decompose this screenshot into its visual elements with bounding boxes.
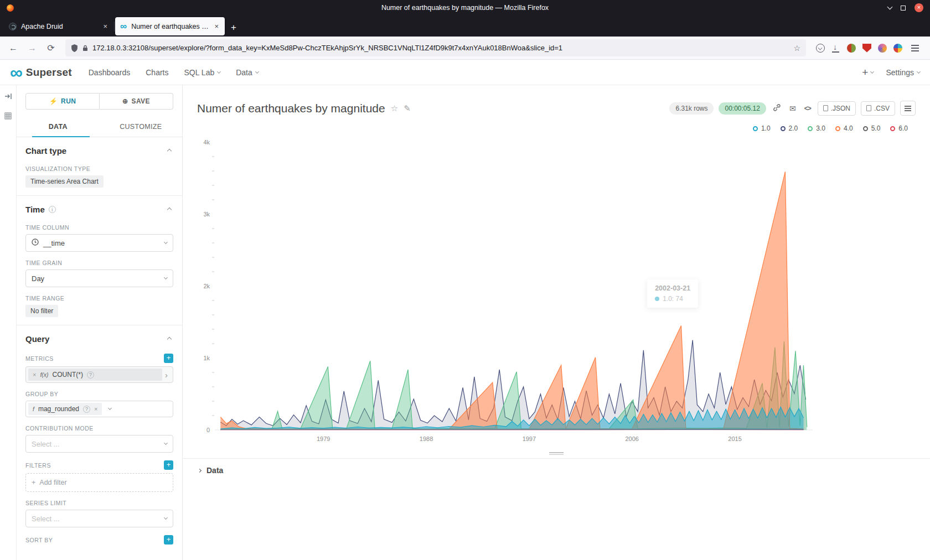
superset-logo-icon[interactable]: ∞ [10, 64, 23, 81]
nav-dashboards[interactable]: Dashboards [89, 68, 131, 77]
group-by-select[interactable]: f mag_rounded ? × [25, 401, 173, 417]
copy-link-icon[interactable] [771, 103, 783, 113]
nav-charts[interactable]: Charts [146, 68, 168, 77]
chevron-up-icon [167, 148, 172, 153]
data-panel-toggle[interactable]: Data [183, 458, 930, 482]
file-icon [823, 105, 828, 111]
svg-text:4k: 4k [203, 139, 210, 146]
timeseries-chart[interactable]: 01k2k3k4k19791988199720062015 [195, 134, 820, 448]
metric-control[interactable]: × f(x) COUNT(*) ? › [25, 366, 173, 383]
email-icon[interactable]: ✉ [788, 104, 798, 113]
panel-resize-handle[interactable] [183, 450, 930, 458]
forward-button[interactable]: → [24, 43, 40, 53]
time-range-tag[interactable]: No filter [25, 305, 58, 317]
edit-title-icon[interactable]: ✎ [404, 103, 411, 113]
query-timer-badge: 00:00:05.12 [719, 102, 766, 115]
chevron-right-icon [198, 468, 202, 472]
chevron-down-icon [255, 69, 259, 73]
druid-favicon [9, 23, 17, 30]
remove-metric-icon[interactable]: × [33, 371, 36, 378]
tracking-protection-shield-icon[interactable] [71, 44, 78, 52]
svg-text:1979: 1979 [317, 435, 330, 442]
add-filter-dropzone[interactable]: + Add filter [25, 473, 173, 492]
add-sort-by-button[interactable]: + [164, 535, 173, 545]
window-maximize-button[interactable] [901, 6, 906, 11]
group-by-label: GROUP BY [25, 391, 173, 397]
nav-data[interactable]: Data [236, 68, 259, 77]
window-close-button[interactable]: × [914, 3, 923, 12]
legend-item-1.0[interactable]: 1.0 [753, 125, 771, 132]
info-icon: i [49, 206, 56, 213]
query-section-header[interactable]: Query [25, 325, 173, 346]
tab-close-icon[interactable]: × [213, 22, 220, 30]
save-button[interactable]: ⊕ SAVE [100, 93, 173, 110]
legend-item-3.0[interactable]: 3.0 [808, 125, 825, 132]
main-nav: Dashboards Charts SQL Lab Data [89, 68, 259, 77]
panel-scroll: Chart type VISUALIZATION TYPE Time-serie… [17, 137, 182, 560]
time-column-select[interactable]: __time [25, 234, 173, 252]
export-csv-button[interactable]: .CSV [861, 101, 895, 116]
add-filter-plus-button[interactable]: + [164, 460, 173, 470]
pocket-icon[interactable] [816, 44, 825, 53]
tab-close-icon[interactable]: × [102, 22, 108, 30]
chart-legend: 1.02.03.04.05.06.0 [183, 116, 930, 133]
function-icon: f(x) [40, 371, 48, 378]
tab-apache-druid[interactable]: Apache Druid × [4, 17, 113, 35]
tab-customize[interactable]: CUSTOMIZE [100, 116, 183, 137]
ublock-icon[interactable] [862, 44, 871, 53]
firefox-menu-icon[interactable] [911, 48, 919, 49]
clock-icon [32, 238, 39, 247]
extension-pinwheel-icon[interactable] [893, 44, 902, 53]
time-section-header[interactable]: Timei [25, 196, 173, 216]
chevron-right-icon[interactable]: › [162, 370, 170, 380]
favorite-star-icon[interactable]: ☆ [391, 103, 398, 113]
add-metric-button[interactable]: + [164, 354, 173, 363]
plus-icon: + [32, 479, 35, 486]
series-limit-select[interactable]: Select ... [25, 510, 173, 527]
chart-type-section-header[interactable]: Chart type [25, 137, 173, 158]
help-icon[interactable]: ? [87, 371, 94, 378]
datasource-grid-icon[interactable] [4, 112, 12, 122]
lock-icon[interactable] [82, 45, 88, 51]
group-by-chip[interactable]: f mag_rounded ? × [28, 403, 102, 415]
url-text[interactable]: 172.18.0.3:32108/superset/explore/?form_… [92, 44, 789, 52]
back-button[interactable]: ← [6, 43, 21, 53]
nav-sql-lab[interactable]: SQL Lab [184, 68, 220, 77]
viz-type-tag[interactable]: Time-series Area Chart [25, 175, 104, 188]
remove-group-by-icon[interactable]: × [94, 406, 97, 412]
settings-menu[interactable]: Settings [886, 68, 920, 77]
browser-tab-bar: Apache Druid × ∞ Numer of earthquakes by… [0, 15, 930, 37]
window-minimize-button[interactable] [887, 4, 893, 10]
time-column-label: TIME COLUMN [25, 224, 173, 231]
tab-data[interactable]: DATA [17, 116, 100, 137]
legend-ring-icon [835, 126, 840, 131]
contribution-mode-select[interactable]: Select ... [25, 435, 173, 453]
time-grain-label: TIME GRAIN [25, 260, 173, 266]
legend-item-2.0[interactable]: 2.0 [781, 125, 798, 132]
window-controls: × [888, 3, 930, 12]
collapse-panel-icon[interactable] [4, 92, 12, 102]
chevron-down-icon [164, 516, 168, 520]
new-tab-button[interactable]: + [225, 22, 242, 37]
tab-superset-explore[interactable]: ∞ Numer of earthquakes by … × [115, 17, 225, 35]
bookmark-star-icon[interactable]: ☆ [793, 44, 800, 53]
help-icon[interactable]: ? [83, 406, 90, 413]
time-range-label: TIME RANGE [25, 295, 173, 302]
metric-chip[interactable]: × f(x) COUNT(*) ? [28, 369, 162, 381]
url-bar[interactable]: 172.18.0.3:32108/superset/explore/?form_… [65, 39, 806, 56]
chart-menu-button[interactable] [900, 101, 916, 116]
legend-item-5.0[interactable]: 5.0 [863, 125, 881, 132]
chevron-down-icon [164, 240, 168, 244]
legend-item-4.0[interactable]: 4.0 [835, 125, 853, 132]
downloads-icon[interactable] [831, 44, 840, 53]
embed-code-icon[interactable]: <> [803, 105, 813, 112]
superset-brand[interactable]: Superset [26, 66, 72, 79]
reload-button[interactable]: ⟳ [43, 43, 59, 53]
extension-icon[interactable] [847, 44, 856, 53]
account-avatar-icon[interactable] [878, 44, 887, 53]
run-button[interactable]: ⚡ RUN [25, 93, 100, 110]
legend-item-6.0[interactable]: 6.0 [890, 125, 908, 132]
add-new-button[interactable]: + [862, 66, 874, 79]
time-grain-select[interactable]: Day [25, 269, 173, 287]
export-json-button[interactable]: .JSON [818, 101, 856, 116]
